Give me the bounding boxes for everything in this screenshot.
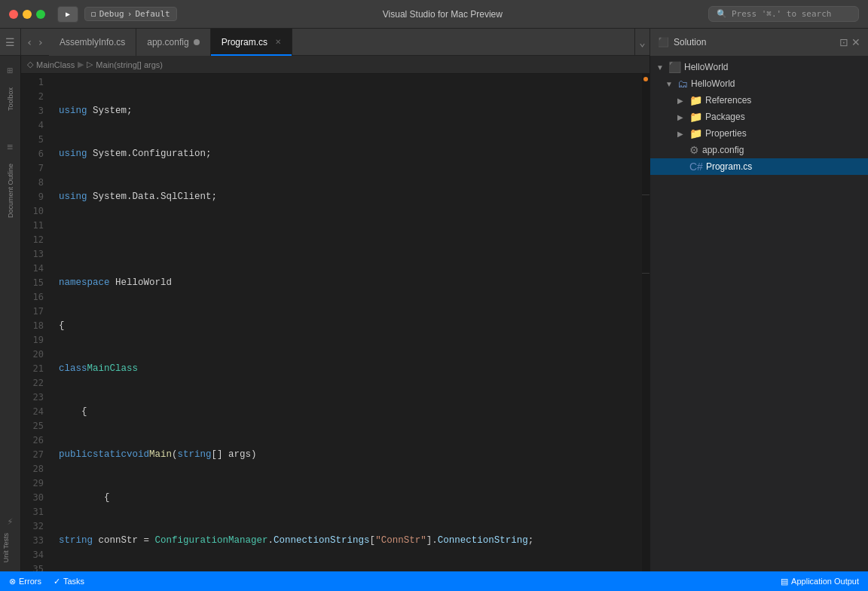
debug-config[interactable]: ◻ Debug › Default: [84, 7, 177, 21]
line-num-29: 29: [21, 476, 48, 491]
code-container[interactable]: 1 2 3 4 5 6 7 8 9 10 11 12 13 14 15 16 1…: [21, 74, 649, 571]
solution-expand-icon[interactable]: ⊡: [839, 36, 848, 48]
traffic-lights: [9, 10, 45, 19]
status-bar: ⊗ Errors ✓ Tasks ▤ Application Output: [0, 571, 868, 591]
tab-modified-dot: [194, 39, 200, 45]
tree-item-references[interactable]: ▶ 📁 References: [650, 92, 868, 109]
sidebar-bottom: ⚡ Unit Tests: [2, 507, 19, 565]
code-line-11: string connStr = ConfigurationManager.Co…: [59, 534, 642, 548]
folder-icon: 📁: [689, 94, 702, 106]
output-icon: ▤: [781, 577, 788, 586]
tab-label: app.config: [147, 37, 188, 47]
tree-item-programcs[interactable]: ▶ C# Program.cs: [650, 158, 868, 175]
errors-button[interactable]: ⊗ Errors: [9, 577, 41, 586]
project-item-helloworld[interactable]: ▼ 🗂 HelloWorld: [650, 75, 868, 92]
solution-panel: ▼ ⬛ HelloWorld ▼ 🗂 HelloWorld ▶ 📁 Refere…: [649, 56, 868, 571]
tab-overflow-menu[interactable]: ⌄: [634, 29, 649, 56]
debug-label: Debug: [99, 9, 124, 19]
toolbox-label[interactable]: Toolbox: [7, 84, 14, 114]
tab-appconfig[interactable]: app.config: [136, 29, 210, 56]
line-num-25: 25: [21, 419, 48, 433]
sidebar-toggle[interactable]: ☰: [0, 29, 21, 56]
breadcrumb-method[interactable]: Main(string[] args): [96, 60, 163, 69]
solution-close-icon[interactable]: ✕: [851, 36, 860, 48]
solution-icon: ⬛: [658, 37, 669, 47]
editor-tabs: AssemblyInfo.cs app.config Program.cs ✕ …: [49, 29, 649, 56]
line-num-35: 35: [21, 562, 48, 571]
line-num-33: 33: [21, 534, 48, 548]
code-line-2: using System.Configuration;: [59, 147, 642, 161]
document-outline-label[interactable]: Document Outline: [7, 161, 14, 221]
tab-close-button[interactable]: ✕: [275, 38, 281, 46]
line-num-19: 19: [21, 333, 48, 348]
tab-assemblyinfo[interactable]: AssemblyInfo.cs: [49, 29, 136, 56]
tree-label-appconfig: app.config: [702, 145, 744, 155]
breadcrumb: ◇ MainClass ▶ ▷ Main(string[] args): [21, 56, 649, 74]
tasks-label: Tasks: [63, 577, 84, 586]
solution-tree: ▼ ⬛ HelloWorld ▼ 🗂 HelloWorld ▶ 📁 Refere…: [650, 56, 868, 571]
toolbar: ☰ ‹ › AssemblyInfo.cs app.config Program…: [0, 29, 868, 56]
maximize-button[interactable]: [36, 10, 45, 19]
code-line-7: class MainClass: [59, 362, 642, 376]
csharp-file-icon: C#: [689, 161, 703, 173]
folder-icon: 📁: [689, 127, 702, 139]
code-line-1: using System;: [59, 104, 642, 118]
tree-label-properties: Properties: [705, 128, 747, 139]
tree-item-appconfig[interactable]: ▶ ⚙ app.config: [650, 142, 868, 158]
code-line-4: [59, 233, 642, 247]
close-button[interactable]: [9, 10, 18, 19]
output-label: Application Output: [791, 577, 859, 586]
unit-tests-icon[interactable]: ⚡: [2, 513, 19, 530]
code-editor[interactable]: using System; using System.Configuration…: [53, 74, 642, 571]
toolbox-icon[interactable]: ⊞: [2, 62, 19, 78]
line-num-20: 20: [21, 348, 48, 362]
tree-arrow-icon: ▶: [677, 130, 686, 138]
line-num-31: 31: [21, 505, 48, 519]
app-title: Visual Studio for Mac Preview: [183, 9, 702, 20]
solution-label: HelloWorld: [684, 62, 728, 72]
project-icon: 🗂: [677, 78, 688, 90]
search-bar[interactable]: 🔍 Press '⌘.' to search: [708, 6, 859, 22]
separator: ›: [127, 9, 133, 19]
unit-tests-label[interactable]: Unit Tests: [2, 530, 10, 565]
errors-label: Errors: [19, 577, 41, 586]
folder-icon: 📁: [689, 111, 702, 123]
output-button[interactable]: ▤ Application Output: [781, 577, 859, 586]
minimize-button[interactable]: [23, 10, 32, 19]
breadcrumb-icon2: ▷: [87, 60, 93, 69]
solution-item-helloworld-solution[interactable]: ▼ ⬛ HelloWorld: [650, 59, 868, 75]
nav-forward[interactable]: ›: [35, 33, 45, 51]
line-num-30: 30: [21, 491, 48, 505]
tree-label-packages: Packages: [705, 112, 745, 122]
debug-icon: ◻: [91, 9, 96, 19]
line-num-27: 27: [21, 448, 48, 462]
document-outline-icon[interactable]: ≡: [2, 138, 19, 155]
tree-label-references: References: [705, 95, 751, 106]
line-num-24: 24: [21, 405, 48, 419]
line-num-1: 1: [21, 75, 48, 90]
code-line-3: using System.Data.SqlClient;: [59, 190, 642, 204]
breadcrumb-class[interactable]: MainClass: [36, 60, 75, 69]
tab-label: AssemblyInfo.cs: [60, 37, 125, 47]
nav-back[interactable]: ‹: [24, 33, 35, 51]
nav-arrows: ‹ ›: [21, 33, 49, 51]
line-num-10: 10: [21, 204, 48, 219]
tree-item-properties[interactable]: ▶ 📁 Properties: [650, 125, 868, 142]
line-num-21: 21: [21, 362, 48, 376]
tab-programcs[interactable]: Program.cs ✕: [211, 29, 292, 56]
line-num-16: 16: [21, 290, 48, 305]
line-num-23: 23: [21, 390, 48, 405]
tree-item-packages[interactable]: ▶ 📁 Packages: [650, 109, 868, 125]
tasks-checkmark-icon: ✓: [53, 577, 60, 586]
line-num-2: 2: [21, 90, 48, 104]
editor-scrollbar[interactable]: [642, 74, 649, 571]
line-num-15: 15: [21, 276, 48, 290]
scroll-error-dot: [643, 77, 648, 81]
line-num-6: 6: [21, 147, 48, 161]
line-num-28: 28: [21, 462, 48, 476]
tasks-button[interactable]: ✓ Tasks: [53, 577, 84, 586]
tree-arrow-icon: ▼: [656, 63, 665, 72]
code-line-8: {: [59, 405, 642, 419]
line-num-17: 17: [21, 305, 48, 319]
run-button[interactable]: ▶: [57, 6, 78, 23]
